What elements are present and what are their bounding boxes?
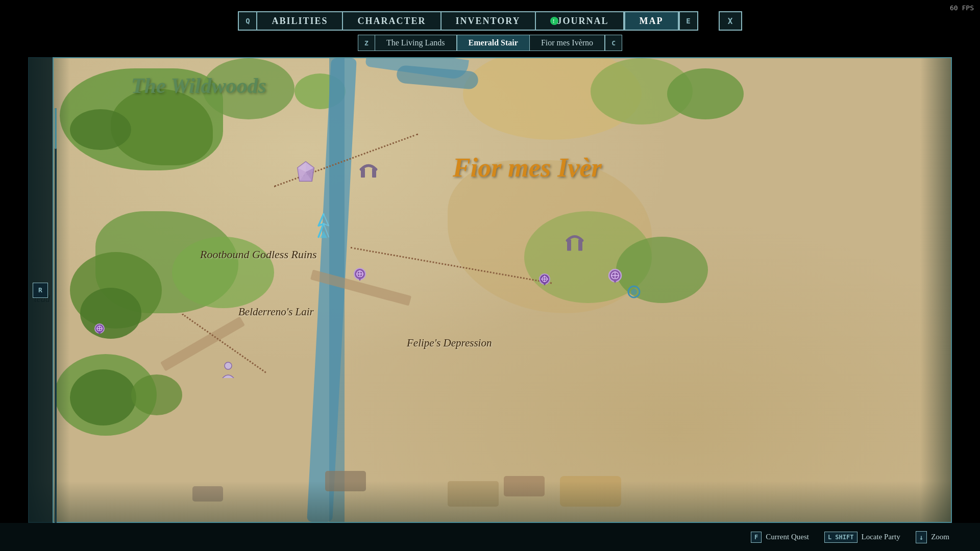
sub-tab-emerald-stair[interactable]: Emerald Stair: [457, 35, 530, 51]
current-quest-label: Current Quest: [766, 533, 809, 541]
fps-counter: 60 FPS: [950, 4, 974, 12]
nav-key-q[interactable]: Q: [238, 11, 257, 31]
locate-party-label: Locate Party: [862, 533, 900, 541]
action-zoom[interactable]: ↓ Zoom: [916, 531, 949, 543]
tab-character[interactable]: CHARACTER: [343, 11, 441, 31]
journal-notification: !: [550, 17, 558, 25]
svg-point-33: [225, 362, 232, 369]
bottom-bar: F Current Quest L SHIFT Locate Party ↓ Z…: [0, 523, 980, 551]
sub-tab-fior-mes[interactable]: Fior mes Ivèrno: [530, 35, 605, 51]
nav-key-e[interactable]: E: [679, 11, 698, 31]
tab-journal[interactable]: ! JOURNAL: [536, 11, 624, 31]
gate-icon-top-center: [358, 159, 379, 182]
sub-key-z[interactable]: Z: [358, 35, 375, 51]
bottom-player-icon: [218, 359, 238, 380]
marker-left-lower: [93, 323, 106, 341]
key-f: F: [751, 532, 762, 543]
sidebar-panel: R: [28, 57, 54, 523]
tab-abilities[interactable]: ABILITIES: [257, 11, 343, 31]
marker-center: [352, 268, 368, 287]
tab-inventory[interactable]: INVENTORY: [442, 11, 536, 31]
player-position-marker: [311, 212, 336, 242]
gate-icon-right: [565, 230, 585, 255]
scroll-indicator: [54, 57, 58, 523]
marker-right-upper: [537, 273, 552, 292]
key-lshift: L SHIFT: [824, 532, 857, 543]
action-current-quest[interactable]: F Current Quest: [751, 532, 809, 543]
marker-right-lower: [607, 269, 623, 289]
zoom-label: Zoom: [931, 533, 949, 541]
crystal-marker: [295, 161, 317, 185]
marker-blue-circle: [627, 285, 641, 301]
nav-key-x[interactable]: X: [719, 11, 742, 31]
sub-key-c[interactable]: C: [605, 35, 622, 51]
tab-map[interactable]: MAP: [624, 11, 679, 31]
app: 60 FPS Q ABILITIES CHARACTER INVENTORY !…: [0, 0, 980, 551]
sidebar-r-button[interactable]: R: [33, 283, 48, 298]
svg-point-27: [631, 289, 637, 295]
top-navigation: Q ABILITIES CHARACTER INVENTORY ! JOURNA…: [0, 11, 980, 31]
map-container[interactable]: The Wildwoods Fior mes Ivèr Rootbound Go…: [28, 57, 952, 523]
key-zoom: ↓: [916, 531, 927, 543]
sub-tab-living-lands[interactable]: The Living Lands: [375, 35, 457, 51]
action-locate-party[interactable]: L SHIFT Locate Party: [824, 532, 900, 543]
sub-tab-bar: Z The Living Lands Emerald Stair Fior me…: [0, 35, 980, 51]
